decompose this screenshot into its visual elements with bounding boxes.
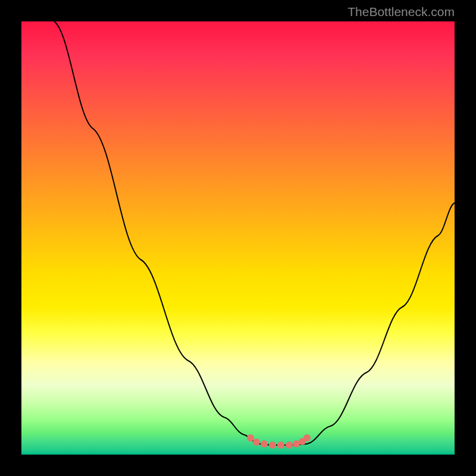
dot [277,441,284,449]
dot [269,441,276,449]
dot [261,440,268,447]
right-curve [307,203,455,444]
dot [247,434,254,441]
dot [253,439,260,446]
watermark-text: TheBottleneck.com [347,5,455,19]
bottom-dots [247,434,311,449]
dot [286,441,293,449]
curve-svg [21,21,455,455]
chart-area [21,21,455,455]
dot [303,434,311,441]
left-curve [54,21,259,444]
